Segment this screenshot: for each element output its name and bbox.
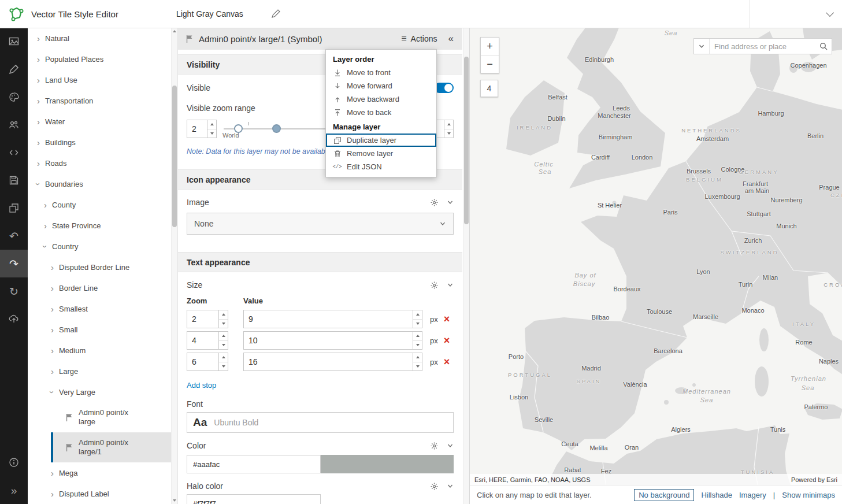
stepper[interactable]	[413, 310, 422, 328]
tree-item-populated-places[interactable]: ›Populated Places	[28, 49, 177, 69]
map-label-sea: Sea	[700, 396, 714, 403]
add-stop-link[interactable]: Add stop	[187, 381, 216, 390]
menu-item-move-to-back[interactable]: Move to back	[326, 106, 436, 119]
scrollbar-thumb[interactable]	[464, 57, 469, 224]
edit-hint-text: Click on any map to edit that layer.	[477, 491, 627, 499]
remove-stop-icon[interactable]: ×	[444, 335, 450, 346]
collapse-panel-button[interactable]: «	[443, 32, 459, 46]
stepper[interactable]	[218, 332, 228, 349]
tree-item-smallest[interactable]: ›Smallest	[28, 298, 177, 319]
no-background-option[interactable]: No background	[634, 489, 694, 501]
search-input[interactable]	[710, 42, 815, 51]
stop-value-input[interactable]: 10	[243, 331, 422, 350]
chevron-down-icon[interactable]	[826, 9, 834, 17]
editor-scrollbar[interactable]	[463, 28, 469, 504]
menu-item-remove-layer[interactable]: Remove layer	[326, 147, 436, 160]
tree-item-mega[interactable]: ›Mega	[28, 462, 177, 483]
actions-button[interactable]: ≡ Actions	[395, 31, 443, 46]
stop-value-input[interactable]: 16	[243, 353, 422, 371]
rail-revert-button[interactable]: ↻	[0, 277, 28, 305]
tree-item-medium[interactable]: ›Medium	[28, 340, 177, 361]
menu-item-move-forward[interactable]: Move forward	[326, 79, 436, 92]
rail-edit-pencil-button[interactable]	[0, 55, 28, 83]
search-button[interactable]	[815, 39, 832, 54]
gear-icon[interactable]	[430, 281, 439, 290]
stop-zoom-input[interactable]: 2	[187, 310, 228, 328]
hillshade-option[interactable]: Hillshade	[701, 491, 732, 499]
chevron-down-icon[interactable]	[447, 199, 454, 206]
chevron-down-icon[interactable]	[447, 483, 454, 490]
visible-toggle[interactable]	[434, 83, 454, 93]
tree-item-natural[interactable]: ›Natural	[28, 28, 177, 49]
color-value-input[interactable]	[187, 455, 321, 473]
rail-basemap-button[interactable]	[0, 28, 28, 55]
imagery-option[interactable]: Imagery	[739, 491, 766, 499]
rail-expand-button[interactable]: »	[0, 476, 28, 504]
tree-item-large[interactable]: ›Large	[28, 361, 177, 381]
menu-item-edit-json[interactable]: </>Edit JSON	[326, 160, 436, 173]
search-options-button[interactable]	[694, 39, 710, 54]
zoom-in-button[interactable]: +	[481, 38, 499, 55]
stop-zoom-input[interactable]: 4	[187, 331, 228, 350]
rail-sprites-button[interactable]	[0, 111, 28, 139]
color-swatch[interactable]	[321, 455, 454, 473]
font-select[interactable]: Aa	[187, 412, 454, 433]
chevron-down-icon[interactable]	[447, 281, 454, 288]
tree-item-buildings[interactable]: ›Buildings	[28, 132, 177, 153]
halo-color-value-input[interactable]	[187, 494, 321, 504]
font-value-input[interactable]	[213, 417, 447, 428]
tree-item-disputed-border-line[interactable]: ›Disputed Border Line	[28, 257, 177, 277]
gear-icon[interactable]	[430, 198, 439, 207]
rail-info-button[interactable]	[0, 449, 28, 476]
rail-undo-button[interactable]: ↶	[0, 222, 28, 250]
stepper[interactable]	[444, 120, 453, 138]
show-minimaps-option[interactable]: Show minimaps	[782, 491, 835, 499]
stepper[interactable]	[413, 332, 422, 349]
tree-item-boundaries[interactable]: ›Boundaries	[28, 173, 177, 194]
scroll-down-icon[interactable]	[173, 499, 176, 502]
zoom-out-button[interactable]: −	[481, 55, 499, 73]
tree-item-small[interactable]: ›Small	[28, 319, 177, 340]
scroll-up-icon[interactable]	[173, 30, 176, 32]
rail-palette-button[interactable]	[0, 83, 28, 111]
chevron-down-icon[interactable]	[447, 442, 454, 449]
tree-item-admin0-point-x-large[interactable]: Admin0 point/x large	[51, 402, 177, 432]
tree-item-transportation[interactable]: ›Transportation	[28, 90, 177, 111]
image-select[interactable]: None	[187, 213, 454, 235]
map-view[interactable]: SeaEdinburghCopenhagenBelfastDublinIRELA…	[469, 28, 842, 504]
stepper[interactable]	[218, 353, 228, 370]
tree-item-admin0-point-x-large-1[interactable]: Admin0 point/x large/1	[51, 432, 177, 462]
rail-upload-button[interactable]	[0, 305, 28, 333]
edit-style-name-icon[interactable]	[271, 9, 280, 18]
gear-icon[interactable]	[430, 482, 439, 491]
stepper[interactable]	[413, 353, 422, 370]
menu-item-duplicate-layer[interactable]: Duplicate layer	[326, 134, 436, 147]
menu-item-move-backward[interactable]: Move backward	[326, 92, 436, 106]
tree-item-disputed-label[interactable]: ›Disputed Label	[28, 483, 177, 504]
rail-save-as-button[interactable]	[0, 194, 28, 222]
min-zoom-input[interactable]: 2	[187, 120, 217, 138]
tree-item-state-province[interactable]: ›State Province	[28, 215, 177, 236]
rail-redo-button[interactable]: ↷	[0, 250, 28, 277]
rail-save-button[interactable]	[0, 166, 28, 194]
stop-value-input[interactable]: 9	[243, 310, 422, 328]
tree-item-country[interactable]: ›Country	[28, 236, 177, 257]
remove-stop-icon[interactable]: ×	[444, 357, 450, 367]
scrollbar-thumb[interactable]	[172, 86, 177, 227]
tree-item-roads[interactable]: ›Roads	[28, 153, 177, 173]
tree-item-border-line[interactable]: ›Border Line	[28, 277, 177, 298]
remove-stop-icon[interactable]: ×	[444, 314, 450, 324]
tree-scrollbar[interactable]	[171, 28, 177, 504]
tree-item-county[interactable]: ›County	[28, 194, 177, 215]
rail-code-button[interactable]	[0, 139, 28, 166]
menu-item-move-to-front[interactable]: Move to front	[326, 66, 436, 79]
search-box	[693, 38, 832, 54]
tree-item-land-use[interactable]: ›Land Use	[28, 69, 177, 90]
tree-item-very-large[interactable]: ›Very Large	[28, 381, 177, 402]
gear-icon[interactable]	[430, 442, 439, 450]
slider-handle-max[interactable]	[272, 124, 281, 133]
stop-zoom-input[interactable]: 6	[187, 353, 228, 371]
stepper[interactable]	[207, 120, 216, 138]
tree-item-water[interactable]: ›Water	[28, 111, 177, 132]
stepper[interactable]	[218, 310, 228, 328]
